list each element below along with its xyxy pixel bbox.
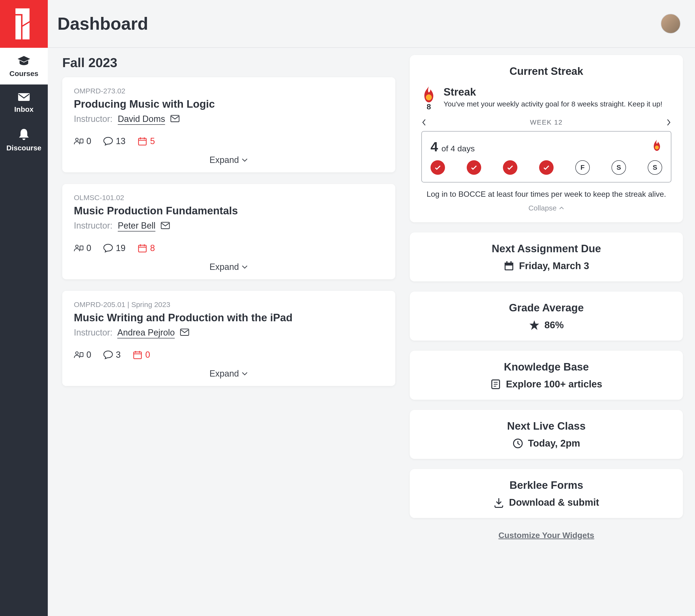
svg-rect-17 [80,353,83,356]
comments-stat[interactable]: 19 [103,243,125,253]
next-live-class-widget[interactable]: Next Live Class Today, 2pm [410,410,683,459]
collapse-button[interactable]: Collapse [421,204,671,212]
chevron-down-icon [241,265,248,269]
instructor-name[interactable]: Peter Bell [118,221,155,232]
calendar-count: 8 [150,243,155,253]
nav-discourse[interactable]: Discourse [0,120,48,159]
bell-icon [18,128,30,140]
people-stat[interactable]: 0 [74,136,91,146]
streak-widget-title: Current Streak [421,65,671,77]
fire-icon [651,139,662,151]
nav-courses[interactable]: Courses [0,48,48,84]
envelope-icon[interactable] [161,222,170,231]
avatar[interactable] [661,14,680,34]
day-done [430,160,445,175]
courses-column: Fall 2023 OMPRD-273.02 Producing Music w… [62,55,395,604]
svg-rect-26 [506,261,508,264]
instructor-name[interactable]: Andrea Pejrolo [117,328,175,338]
star-icon [529,320,540,330]
course-code: OLMSC-101.02 [74,194,384,202]
logo-icon [10,7,38,41]
people-count: 0 [86,243,91,253]
svg-rect-25 [505,263,513,265]
week-navigation: WEEK 12 [421,118,671,126]
comments-count: 19 [116,243,125,253]
logo[interactable] [0,0,48,48]
semester-title: Fall 2023 [62,55,395,70]
day-pending: S [648,160,662,175]
course-code: OMPRD-205.01 | Spring 2023 [74,301,384,309]
people-stat[interactable]: 0 [74,243,91,253]
expand-button[interactable]: Expand [74,155,384,165]
instructor-name[interactable]: David Doms [118,114,165,125]
expand-button[interactable]: Expand [74,262,384,272]
week-label: WEEK 12 [530,118,562,126]
comments-stat[interactable]: 13 [103,136,125,146]
svg-rect-28 [506,266,512,269]
nav-inbox[interactable]: Inbox [0,84,48,120]
svg-rect-15 [181,329,189,335]
expand-button[interactable]: Expand [74,369,384,379]
course-stats: 0 19 8 [74,243,384,253]
instructor: Instructor: David Doms [74,114,384,124]
grade-average-value: 86% [544,320,564,330]
graduation-cap-icon [17,55,31,66]
svg-point-16 [75,352,78,354]
svg-rect-3 [80,139,83,143]
people-icon [74,136,84,146]
days-row: F S S [430,160,662,175]
sidebar: Courses Inbox Discourse [0,0,48,616]
course-title[interactable]: Music Writing and Production with the iP… [74,312,384,324]
berklee-forms-widget[interactable]: Berklee Forms Download & submit [410,469,683,518]
course-card: OMPRD-273.02 Producing Music with Logic … [62,77,395,172]
svg-point-2 [75,138,78,141]
day-done [539,160,554,175]
week-prev-button[interactable] [421,118,426,126]
calendar-stat[interactable]: 8 [138,243,155,253]
calendar-icon [504,261,514,271]
day-done [503,160,518,175]
customize-widgets-link[interactable]: Customize Your Widgets [410,531,683,540]
next-assignment-title: Next Assignment Due [421,243,671,255]
nav-discourse-label: Discourse [6,144,41,152]
main: Dashboard Fall 2023 OMPRD-273.02 Produci… [48,0,695,616]
calendar-icon [138,243,147,253]
nav-courses-label: Courses [10,69,38,78]
instructor: Instructor: Peter Bell [74,221,384,231]
envelope-icon[interactable] [180,329,189,338]
week-next-button[interactable] [666,118,671,126]
calendar-count: 0 [145,350,150,360]
calendar-stat[interactable]: 5 [138,136,155,146]
course-title[interactable]: Music Production Fundamentals [74,205,384,217]
course-code: OMPRD-273.02 [74,87,384,95]
day-pending: S [611,160,626,175]
check-icon [507,165,513,170]
comments-count: 13 [116,136,125,146]
comment-icon [103,350,113,360]
chevron-down-icon [241,371,248,376]
chevron-right-icon [666,118,671,126]
envelope-icon[interactable] [170,115,180,124]
chevron-down-icon [241,158,248,162]
instructor-label: Instructor: [74,328,113,337]
course-card: OLMSC-101.02 Music Production Fundamenta… [62,184,395,279]
svg-rect-0 [18,93,30,101]
people-icon [74,243,84,253]
grade-average-title: Grade Average [421,302,671,314]
next-assignment-widget[interactable]: Next Assignment Due Friday, March 3 [410,232,683,281]
streak-badge-count: 8 [427,102,431,111]
knowledge-base-widget[interactable]: Knowledge Base Explore 100+ articles [410,351,683,400]
grade-average-widget[interactable]: Grade Average 86% [410,292,683,340]
course-title[interactable]: Producing Music with Logic [74,98,384,110]
comments-stat[interactable]: 3 [103,350,121,360]
check-icon [543,165,550,170]
clock-icon [512,438,523,449]
people-stat[interactable]: 0 [74,350,91,360]
streak-fire-badge: 8 [421,86,436,111]
course-card: OMPRD-205.01 | Spring 2023 Music Writing… [62,291,395,386]
calendar-stat[interactable]: 0 [133,350,150,360]
svg-rect-1 [171,115,179,122]
comments-count: 3 [116,350,121,360]
expand-label: Expand [209,155,239,165]
svg-rect-8 [161,222,169,229]
